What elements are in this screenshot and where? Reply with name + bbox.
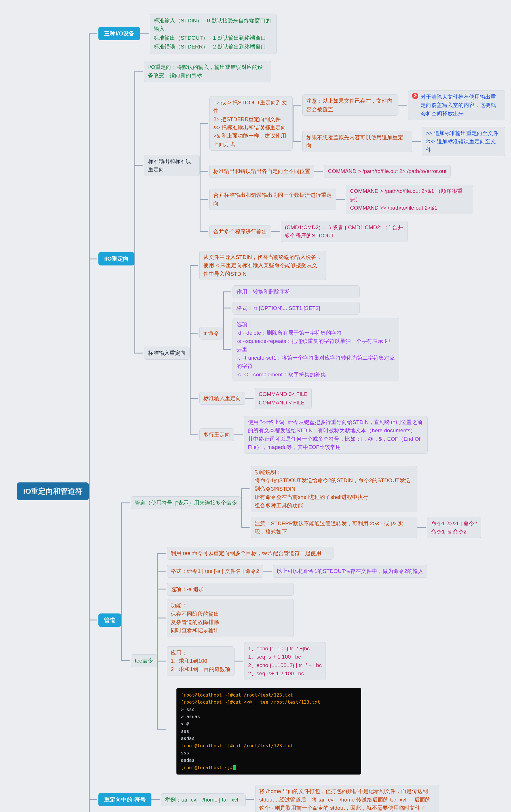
pipe-stderr-cmd: 命令1 2>&1 | 命令2 命令1 |& 命令2 — [427, 517, 481, 538]
tr-options: 选项： -d --delete：删除所有属于第一字符集的字符 -s --sque… — [233, 318, 399, 381]
stdin-redir-cmd: COMMAND 0< FILE COMMAND < FILE — [254, 388, 312, 409]
append-example: >> 追加标准输出重定向至文件 2>> 追加标准错误重定向至文件 — [422, 127, 505, 156]
tee-desc: 利用 tee 命令可以重定向到多个目标，经常配合管道符一起使用 — [167, 547, 333, 559]
stop-icon: ⊘ — [412, 93, 418, 99]
tee-app: 应用： 1、求和1到100 2、求和1到一百的奇数项 — [167, 646, 235, 676]
tr-format: 格式： tr [OPTION]... SET1 [SET2] — [233, 302, 360, 315]
pipe-intro: 管道（使用符号"|"表示）用来连接多个命令 — [131, 496, 241, 509]
overwrite-warning: 注意：以上如果文件已存在，文件内容会被覆盖 — [302, 94, 399, 116]
stdin-redir: 标准输入重定向 — [199, 392, 245, 405]
multi-prog: 合并多个程序进行输出 — [209, 225, 271, 238]
heredoc-body: 使用 "<<终止词" 命令从键盘把多行重导向给STDIN，直到终止词位置之前的所… — [244, 416, 428, 454]
separate-redir-cmd: COMMAND > /path/to/file.out 2> /path/to/… — [324, 165, 450, 178]
separate-redir: 标准输出和错误输出各自定向至不同位置 — [209, 165, 314, 178]
branch-io-devices[interactable]: 三种I/O设备 — [98, 27, 140, 40]
redir-rules: 1> 或 > 把STDOUT重定向到文件 2> 把STDERR重定向到文件 &>… — [209, 96, 292, 151]
pipe-desc: 功能说明： 将命令1的STDOUT发送给命令2的STDIN，命令2的STDOUT… — [251, 466, 417, 512]
stdout-stderr-title[interactable]: 标准输出和标准误重定向 — [144, 155, 200, 176]
root-node[interactable]: IO重定向和管道符 — [17, 483, 89, 500]
tee-title[interactable]: tee命令 — [131, 654, 157, 667]
tee-opt: 选项：-a 追加 — [167, 583, 294, 596]
multi-prog-cmd: (CMD1;CMD2;......) 或者 { CMD1;CMD2;...; }… — [281, 221, 408, 242]
merge-redir-cmd: COMMAND > /path/to/file.out 2>&1 （顺序很重要）… — [346, 185, 473, 214]
merge-redir: 合并标准输出和错误输出为同一个数据流进行重定向 — [209, 188, 336, 210]
tee-app-cmd: 1、echo {1..100}|tr ' ' +|bc 1、seq -s + 1… — [244, 642, 326, 680]
stdin-intro: 从文件中导入STDIN，代替当前终端的输入设备，使用 < 来重定向标准输入某些命… — [199, 251, 326, 280]
stdin-redir-title[interactable]: 标准输入重定向 — [144, 347, 190, 359]
mindmap-canvas: IO重定向和管道符 三种I/O设备 标准输入（STDIN） - 0 默认接受来自… — [0, 0, 511, 812]
io-redirect-def: I/O重定向：将默认的输入，输出或错误对应的设备改变，指向新的目标 — [144, 61, 271, 82]
terminal-cursor — [233, 765, 236, 770]
tr-cmd-title[interactable]: tr 命令 — [199, 327, 223, 340]
branch-io-redirect[interactable]: I/O重定向 — [98, 252, 134, 265]
terminal-screenshot: [root@localhost ~]#cat /root/test/123.tx… — [176, 688, 361, 775]
pipe-stderr-note: 注意：STDERR默认不能通过管道转发，可利用 2>&1 或 |& 实现，格式如… — [251, 517, 417, 538]
branch-pipe[interactable]: 管道 — [98, 613, 121, 627]
append-note: 如果不想覆盖原先内容可以使用追加重定向 — [302, 131, 413, 152]
tee-format: 格式：命令1 | tee [-a ] 文件名 | 命令2 — [167, 565, 263, 577]
dash-example: 举例：tar -cvf - /home | tar -xvf - — [161, 793, 246, 806]
tee-format-note: 以上可以把命令1的STDOUT保存在文件中，做为命令2的输入 — [273, 565, 427, 577]
heredoc-title: 多行重定向 — [199, 428, 234, 441]
tr-use: 作用：转换和删除字符 — [233, 285, 360, 298]
dash-explain: 将 /home 里面的文件打包，但打包的数据不是记录到文件，而是传送到 stdo… — [255, 785, 439, 812]
branch-dash[interactable]: 重定向中的-符号 — [98, 793, 151, 806]
tee-func: 功能： 保存不同阶段的输出 复杂管道的故障排除 同时查看和记录输出 — [167, 599, 294, 637]
io-devices-list: 标准输入（STDIN） - 0 默认接受来自终端窗口的输入 标准输出（STDOU… — [150, 13, 277, 54]
overwrite-rec: ⊘ 对于清除大文件推荐使用输出重定向覆盖写入空的内容，这要就会将空间释放出来 — [408, 90, 505, 120]
